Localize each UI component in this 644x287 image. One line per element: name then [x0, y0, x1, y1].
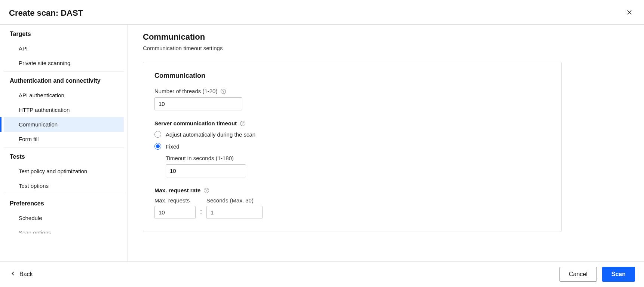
- cancel-button[interactable]: Cancel: [559, 267, 597, 282]
- svg-point-5: [243, 125, 243, 125]
- max-requests-col: Max. requests: [154, 197, 196, 219]
- radio-fixed[interactable]: [154, 143, 161, 150]
- max-requests-label: Max. requests: [154, 197, 196, 204]
- nav-item-communication[interactable]: Communication: [4, 117, 124, 132]
- nav-item-private-site-scanning[interactable]: Private site scanning: [4, 56, 124, 70]
- max-rate-inputs: Max. requests : Seconds (Max. 30): [154, 197, 550, 219]
- nav-group-preferences: Preferences Schedule Scan options: [4, 194, 124, 234]
- timeout-seconds-label: Timeout in seconds (1-180): [166, 155, 550, 161]
- nav-item-test-policy[interactable]: Test policy and optimization: [4, 164, 124, 178]
- nav-group-auth: Authentication and connectivity API auth…: [4, 71, 124, 147]
- nav-head-targets: Targets: [4, 25, 124, 41]
- threads-label-text: Number of threads (1-20): [154, 88, 217, 94]
- close-icon: [626, 11, 633, 17]
- threads-label: Number of threads (1-20): [154, 88, 550, 94]
- threads-field: Number of threads (1-20): [154, 88, 550, 110]
- radio-auto[interactable]: [154, 131, 161, 138]
- nav-item-api[interactable]: API: [4, 41, 124, 56]
- colon-separator: :: [200, 208, 202, 219]
- close-button[interactable]: [624, 7, 635, 19]
- radio-auto-label: Adjust automatically during the scan: [166, 131, 255, 138]
- nav-group-tests: Tests Test policy and optimization Test …: [4, 147, 124, 194]
- back-button[interactable]: Back: [9, 269, 34, 280]
- nav-item-scan-options[interactable]: Scan options: [4, 225, 124, 233]
- sidebar-scroll[interactable]: Targets API Private site scanning Authen…: [0, 25, 128, 261]
- communication-card: Communication Number of threads (1-20) S…: [143, 62, 562, 232]
- svg-point-7: [206, 192, 207, 192]
- max-rate-heading-text: Max. request rate: [154, 187, 200, 193]
- modal-body: Targets API Private site scanning Authen…: [0, 25, 644, 261]
- seconds-input[interactable]: [206, 206, 263, 219]
- nav-head-tests: Tests: [4, 147, 124, 164]
- threads-input[interactable]: [154, 97, 242, 110]
- scan-button[interactable]: Scan: [602, 267, 635, 282]
- max-rate-heading: Max. request rate: [154, 187, 550, 193]
- timeout-section: Server communication timeout Adjust auto…: [154, 120, 550, 177]
- main-title: Communication: [143, 32, 629, 42]
- timeout-seconds-input[interactable]: [166, 164, 246, 177]
- back-label: Back: [19, 271, 33, 278]
- help-icon[interactable]: [240, 120, 246, 126]
- main-content[interactable]: Communication Communication timeout sett…: [128, 25, 644, 261]
- modal-footer: Back Cancel Scan: [0, 261, 644, 287]
- app-root: Create scan: DAST Targets API Private si…: [0, 0, 644, 287]
- radio-fixed-label: Fixed: [166, 143, 180, 150]
- nav-head-auth: Authentication and connectivity: [4, 71, 124, 88]
- nav-item-http-authentication[interactable]: HTTP authentication: [4, 103, 124, 117]
- sidebar: Targets API Private site scanning Authen…: [0, 25, 128, 261]
- modal-header: Create scan: DAST: [0, 0, 644, 25]
- timeout-seconds-field: Timeout in seconds (1-180): [166, 155, 550, 177]
- nav-item-test-options[interactable]: Test options: [4, 178, 124, 193]
- timeout-heading: Server communication timeout: [154, 120, 550, 126]
- main-subtitle: Communication timeout settings: [143, 45, 629, 51]
- seconds-label: Seconds (Max. 30): [206, 197, 263, 204]
- nav-item-schedule[interactable]: Schedule: [4, 211, 124, 225]
- max-requests-input[interactable]: [154, 206, 196, 219]
- radio-fixed-row[interactable]: Fixed: [154, 143, 550, 150]
- card-title: Communication: [154, 72, 550, 80]
- svg-point-3: [223, 92, 224, 93]
- max-rate-section: Max. request rate Max. requests : Second…: [154, 187, 550, 219]
- footer-actions: Cancel Scan: [559, 267, 635, 282]
- radio-auto-row[interactable]: Adjust automatically during the scan: [154, 131, 550, 138]
- nav-item-form-fill[interactable]: Form fill: [4, 132, 124, 146]
- seconds-col: Seconds (Max. 30): [206, 197, 263, 219]
- nav-item-api-authentication[interactable]: API authentication: [4, 88, 124, 103]
- timeout-heading-text: Server communication timeout: [154, 120, 237, 126]
- help-icon[interactable]: [220, 88, 226, 94]
- chevron-left-icon: [10, 271, 16, 278]
- nav-group-targets: Targets API Private site scanning: [4, 25, 124, 71]
- nav-head-preferences: Preferences: [4, 194, 124, 211]
- page-title: Create scan: DAST: [9, 8, 83, 18]
- help-icon[interactable]: [203, 187, 209, 193]
